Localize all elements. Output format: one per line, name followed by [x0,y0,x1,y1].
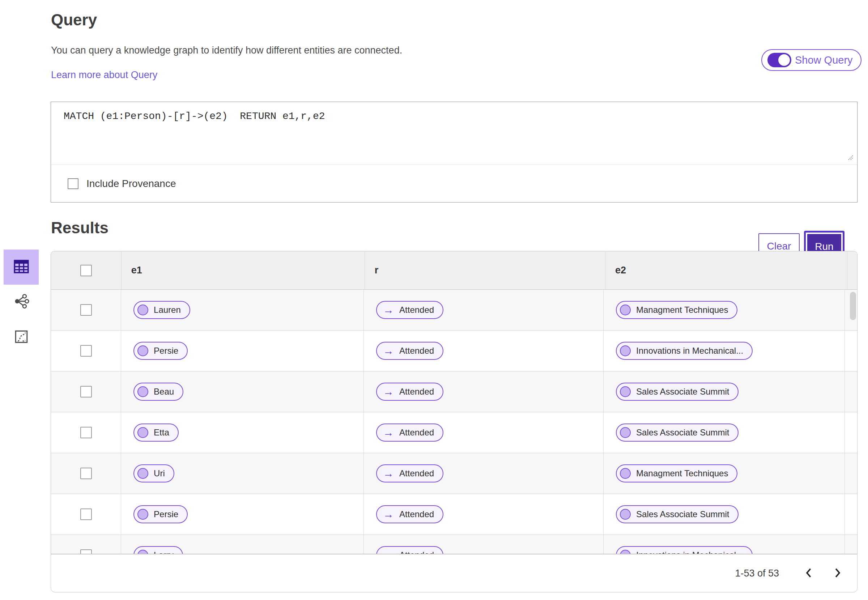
row-gutter [845,371,857,412]
select-all-checkbox[interactable] [80,265,92,276]
entity-pill-e2[interactable]: Managment Techniques [616,301,738,319]
relation-label: Attended [399,346,434,356]
relation-label: Attended [399,468,434,479]
entity-pill-e2[interactable]: Innovations in Mechanical... [616,342,753,360]
table-row: Lauren → Attended Managment Techniques [51,290,857,330]
results-table: e1 r e2 Lauren → Attended Managment Tech… [51,251,857,554]
entity-pill-e1[interactable]: Uri [133,464,174,482]
include-provenance-checkbox[interactable] [68,178,79,189]
cell-r: → Attended [364,494,604,535]
header-checkbox-cell [51,252,121,289]
cell-r: → Attended [364,412,604,453]
next-page-button[interactable] [829,565,846,582]
previous-page-button[interactable] [800,565,817,582]
relation-label: Attended [399,509,434,519]
learn-more-link[interactable]: Learn more about Query [51,70,158,81]
table-view-button[interactable] [4,250,39,285]
entity-label: Sales Associate Summit [636,427,729,438]
cell-e1: Lauren [121,290,364,330]
entity-pill-e2[interactable]: Sales Associate Summit [616,383,739,401]
entity-label: Uri [154,468,165,479]
entity-label: Sales Associate Summit [636,386,729,397]
row-checkbox[interactable] [80,509,92,520]
row-checkbox[interactable] [80,468,92,479]
entity-node-icon [138,386,148,397]
chevron-right-icon [833,567,842,580]
row-checkbox[interactable] [80,345,92,357]
entity-pill-e1[interactable]: Persie [133,505,188,523]
header-gutter [847,252,857,289]
network-view-button[interactable] [4,289,39,315]
arrow-right-icon: → [383,386,394,397]
chart-view-button[interactable] [4,325,39,350]
entity-pill-e2[interactable]: Managment Techniques [616,464,738,482]
row-gutter [845,535,857,554]
entity-node-icon [138,427,148,438]
cell-r: → Attended [364,330,604,371]
vertical-scrollbar-thumb[interactable] [850,292,856,320]
relation-pill[interactable]: → Attended [376,301,444,319]
row-checkbox[interactable] [80,549,92,554]
entity-pill-e1[interactable]: Etta [133,424,179,442]
entity-pill-e2[interactable]: Sales Associate Summit [616,424,739,442]
entity-node-icon [138,305,148,315]
row-gutter [845,453,857,494]
entity-label: Managment Techniques [636,468,728,479]
entity-node-icon [620,550,631,554]
row-checkbox[interactable] [80,304,92,316]
chevron-left-icon [804,567,813,580]
relation-pill[interactable]: → Attended [376,505,444,523]
cell-e2: Innovations in Mechanical... [604,330,845,371]
relation-label: Attended [399,386,434,397]
entity-label: Innovations in Mechanical... [636,550,743,554]
toggle-switch-icon[interactable] [768,53,791,67]
column-header-r[interactable]: r [365,252,606,289]
row-gutter [845,330,857,371]
relation-pill[interactable]: → Attended [376,546,444,554]
relation-pill[interactable]: → Attended [376,383,444,401]
entity-pill-e2[interactable]: Sales Associate Summit [616,505,739,523]
entity-pill-e1[interactable]: Lauren [133,301,190,319]
arrow-right-icon: → [383,509,394,520]
query-panel-footer: Include Provenance Clear Run [51,165,857,202]
query-panel: MATCH (e1:Person)-[r]->(e2) RETURN e1,r,… [51,102,857,203]
arrow-right-icon: → [383,305,394,315]
relation-label: Attended [399,550,434,554]
relation-pill[interactable]: → Attended [376,342,444,360]
row-checkbox-cell [51,535,121,554]
table-row: Larry → Attended Innovations in Mechanic… [51,535,857,554]
entity-label: Etta [154,427,169,438]
entity-label: Lauren [154,305,181,315]
entity-node-icon [138,509,148,520]
relation-pill[interactable]: → Attended [376,464,444,482]
toggle-knob [778,54,790,66]
column-header-e2[interactable]: e2 [606,252,847,289]
resize-handle-icon[interactable] [845,152,854,163]
row-checkbox-cell [51,453,121,494]
table-row: Persie → Attended Innovations in Mechani… [51,330,857,371]
column-header-e1[interactable]: e1 [121,252,365,289]
pagination-bar: 1-53 of 53 [51,554,857,592]
show-query-label: Show Query [795,54,853,66]
row-gutter [845,494,857,535]
show-query-toggle[interactable]: Show Query [761,49,862,71]
entity-pill-e1[interactable]: Persie [133,342,188,360]
cell-e2: Sales Associate Summit [604,494,845,535]
entity-node-icon [138,345,148,356]
row-checkbox[interactable] [80,427,92,438]
entity-pill-e1[interactable]: Larry [133,546,183,554]
entity-pill-e1[interactable]: Beau [133,383,183,401]
cell-e1: Etta [121,412,364,453]
arrow-right-icon: → [383,345,394,356]
relation-pill[interactable]: → Attended [376,424,444,442]
pagination-range-label: 1-53 of 53 [735,568,779,579]
row-checkbox-cell [51,494,121,535]
query-input[interactable]: MATCH (e1:Person)-[r]->(e2) RETURN e1,r,… [51,102,857,165]
row-checkbox[interactable] [80,386,92,397]
entity-label: Persie [154,346,178,356]
table-row: Persie → Attended Sales Associate Summit [51,494,857,535]
entity-label: Sales Associate Summit [636,509,729,519]
cell-e2: Managment Techniques [604,290,845,330]
entity-pill-e2[interactable]: Innovations in Mechanical... [616,546,753,554]
cell-e1: Uri [121,453,364,494]
